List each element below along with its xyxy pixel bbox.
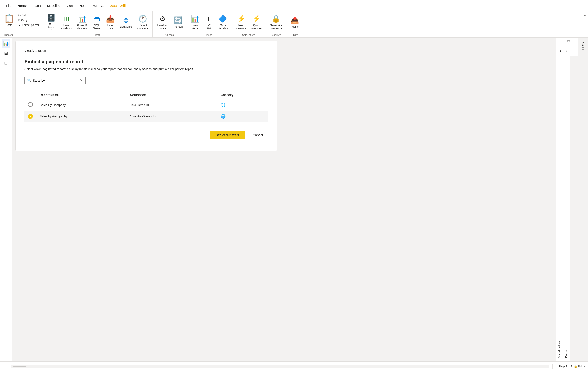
col-workspace-header: Workspace [126,91,217,99]
refresh-label: Refresh [173,25,183,28]
scroll-left-button[interactable]: ‹ [3,364,7,369]
model-view-icon: ⊟ [4,60,8,65]
refresh-button[interactable]: 🔄 Refresh [171,13,185,31]
text-box-button[interactable]: T Textbox [202,13,215,31]
public-icon: 🔓 [574,365,577,368]
menu-data-drill[interactable]: Data / Drill [107,2,128,9]
sidebar-model-view[interactable]: ⊟ [1,58,10,67]
sidebar-report-view[interactable]: 📊 [1,39,10,48]
ribbon-collapse-button[interactable]: ∧ [584,13,586,17]
action-buttons: Set Parameters Cancel [24,131,268,144]
sidebar-data-view[interactable]: ⊞ [1,49,10,58]
menu-bar: File Home Insert Modeling View Help Form… [0,0,588,11]
calculations-group-label: Calculations [242,34,255,36]
row1-workspace: Field Demo RDL [126,99,217,111]
right-panel-container: ▽ ⋯ ‹ ‹ › Visualizations Fields [556,38,578,361]
recent-sources-button[interactable]: 🕐 Recentsources ▾ [135,13,151,31]
sensitivity-label: Sensitivity(preview) ▾ [270,24,283,30]
filters-panel: Filters [578,38,588,361]
new-visual-icon: 📊 [191,15,200,23]
row2-workspace: AdventureWorks Inc. [126,111,217,122]
menu-insert[interactable]: Insert [30,2,44,9]
table-row[interactable]: Sales by Geography AdventureWorks Inc. 🌐 [24,111,268,122]
set-parameters-button[interactable]: Set Parameters [210,131,245,139]
copy-label: Copy [21,19,27,22]
row1-radio-cell[interactable] [24,99,36,111]
get-data-label: Getdata ▾ [48,23,55,29]
menu-view[interactable]: View [64,2,76,9]
transform-label: Transformdata ▾ [157,24,168,30]
search-box: 🔍 ✕ [24,77,85,84]
clipboard-group: 📋 Paste ✂ Cut ⧉ Copy 🖌 Format painter Cl… [0,11,43,37]
back-label: Back to report [27,49,46,52]
scrollbar-track[interactable] [11,365,549,368]
fields-tab[interactable]: Fields [563,56,570,361]
report-table: Report Name Workspace Capacity Sales By … [24,91,268,122]
data-group: 🗄️ Getdata ▾ ⊞ Excelworkbook 📊 Power BId… [43,11,153,37]
table-row[interactable]: Sales By Company Field Demo RDL 🌐 [24,99,268,111]
embed-description: Select which paginated report to display… [24,67,268,71]
publish-label: Publish [291,25,299,28]
power-bi-datasets-button[interactable]: 📊 Power BIdatasets [75,13,90,31]
filters-label[interactable]: Filters [578,38,588,54]
filter-icon[interactable]: ▽ [567,39,570,44]
dataverse-button[interactable]: ⊚ Dataverse [118,13,134,31]
more-options-icon[interactable]: ⋯ [572,39,576,44]
excel-workbook-button[interactable]: ⊞ Excelworkbook [58,13,74,31]
menu-format[interactable]: Format [90,2,106,9]
enter-data-button[interactable]: 📥 Enterdata [104,13,117,31]
data-buttons: 🗄️ Getdata ▾ ⊞ Excelworkbook 📊 Power BId… [44,12,151,36]
bottom-bar: ‹ › Page 1 of 2 🔓 Public [0,361,588,371]
text-box-label: Textbox [206,23,211,29]
quick-measure-button[interactable]: ⚡ Quickmeasure [249,13,264,31]
embed-title: Embed a paginated report [24,59,268,64]
cancel-button[interactable]: Cancel [247,131,268,139]
more-visuals-button[interactable]: 🔷 Morevisuals ▾ [216,13,230,31]
row2-radio-cell[interactable] [24,111,36,122]
paste-label: Paste [6,24,12,27]
excel-icon: ⊞ [63,15,69,23]
row1-report-name: Sales By Company [36,99,126,111]
format-painter-button[interactable]: 🖌 Format painter [17,23,40,27]
cut-button[interactable]: ✂ Cut [17,13,40,17]
menu-file[interactable]: File [3,2,14,9]
sensitivity-button[interactable]: 🔒 Sensitivity(preview) ▾ [267,13,285,31]
menu-modeling[interactable]: Modeling [44,2,63,9]
row1-radio[interactable] [28,102,33,107]
search-input[interactable] [33,79,80,82]
back-arrow-icon: ‹ [24,48,26,53]
paste-button[interactable]: 📋 Paste [3,13,15,28]
menu-home[interactable]: Home [15,2,29,9]
visualizations-tab[interactable]: Visualizations [556,56,563,361]
back-to-report-link[interactable]: ‹ Back to report [24,48,268,53]
queries-buttons: ⚙ Transformdata ▾ 🔄 Refresh [154,12,185,36]
nav-arrow-left-2[interactable]: ‹ [564,47,569,54]
sql-icon: 🗃 [93,15,100,23]
vertical-tabs: Visualizations Fields [556,56,578,361]
clear-search-icon[interactable]: ✕ [80,78,83,83]
insert-group-label: Insert [206,34,212,36]
scroll-right-button[interactable]: › [552,364,557,369]
sql-label: SQLServer [93,24,101,30]
new-measure-button[interactable]: ⚡ Newmeasure [234,13,248,31]
left-sidebar: 📊 ⊞ ⊟ [0,38,12,361]
copy-button[interactable]: ⧉ Copy [17,18,40,22]
share-group-label: Share [292,34,298,36]
publish-button[interactable]: 📤 Publish [288,13,301,31]
nav-arrow-left-1[interactable]: ‹ [558,47,563,54]
page-info: Page 1 of 2 [559,365,572,368]
row2-capacity: 🌐 [217,111,268,122]
menu-help[interactable]: Help [77,2,89,9]
canvas-area: ‹ Back to report Embed a paginated repor… [12,38,556,361]
col-select-header [24,91,36,99]
transform-data-button[interactable]: ⚙ Transformdata ▾ [154,13,170,31]
new-visual-button[interactable]: 📊 Newvisual [189,13,202,31]
power-bi-icon: 📊 [78,15,87,23]
get-data-button[interactable]: 🗄️ Getdata ▾ [44,13,58,31]
sql-server-button[interactable]: 🗃 SQLServer [91,13,103,31]
new-measure-label: Newmeasure [236,24,246,30]
nav-arrow-right[interactable]: › [570,47,576,54]
recent-sources-label: Recentsources ▾ [137,24,148,30]
row1-capacity: 🌐 [217,99,268,111]
row2-radio[interactable] [28,114,33,119]
